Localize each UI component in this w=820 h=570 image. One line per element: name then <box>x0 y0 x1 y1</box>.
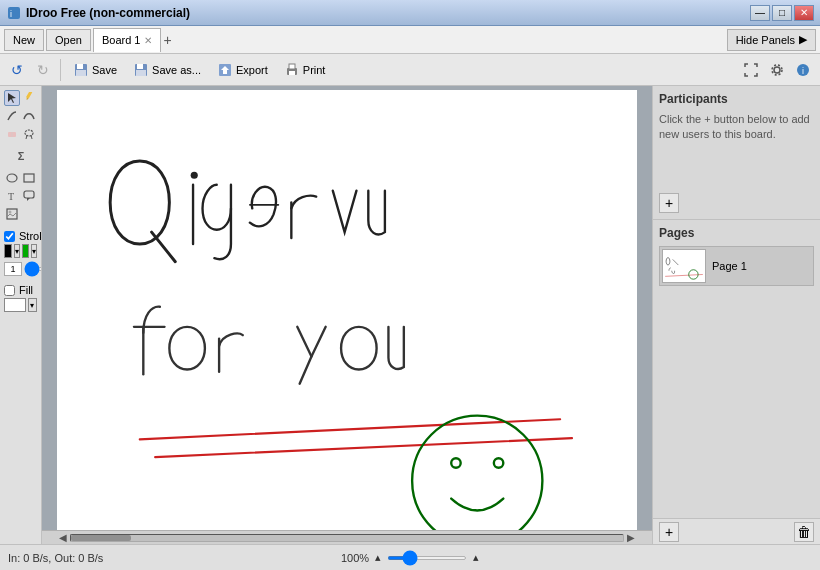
save-button[interactable]: Save <box>67 57 123 83</box>
svg-rect-4 <box>76 70 86 76</box>
svg-rect-18 <box>26 92 33 99</box>
undo-button[interactable]: ↺ <box>6 59 28 81</box>
svg-point-32 <box>191 172 198 179</box>
stroke-color-dropdown[interactable]: ▾ <box>14 244 20 258</box>
save-icon <box>73 62 89 78</box>
participants-title: Participants <box>659 92 814 106</box>
add-page-button[interactable]: + <box>659 522 679 542</box>
tool-row-1 <box>4 90 37 106</box>
tab-close-icon[interactable]: ✕ <box>144 35 152 46</box>
formula-tool[interactable]: Σ <box>4 148 38 164</box>
stroke-color-black[interactable] <box>4 244 12 258</box>
svg-marker-17 <box>8 93 16 103</box>
fill-label: Fill <box>19 284 33 296</box>
fill-section: Fill ▾ <box>4 284 37 312</box>
stroke-color-green-dropdown[interactable]: ▾ <box>31 244 37 258</box>
delete-page-button[interactable]: 🗑 <box>794 522 814 542</box>
pages-section: Pages Page 1 <box>653 220 820 518</box>
zoom-max-icon: ▴ <box>473 551 479 564</box>
svg-point-35 <box>412 416 542 530</box>
titlebar: i IDroo Free (non-commercial) — □ ✕ <box>0 0 820 26</box>
export-button[interactable]: Export <box>211 57 274 83</box>
fill-color-swatch[interactable] <box>4 298 26 312</box>
app-icon: i <box>6 5 22 21</box>
fill-checkbox[interactable] <box>4 285 15 296</box>
participants-hint: Click the + button below to add new user… <box>659 112 814 143</box>
image-tool[interactable] <box>4 206 20 222</box>
canvas-area: ◀ ▶ <box>42 86 652 544</box>
svg-text:T: T <box>8 191 14 202</box>
stroke-size-row <box>4 262 37 276</box>
right-panel: Participants Click the + button below to… <box>652 86 820 544</box>
open-button[interactable]: Open <box>46 29 91 51</box>
pencil-tool[interactable] <box>22 90 38 106</box>
svg-rect-28 <box>24 191 34 198</box>
lasso-tool[interactable] <box>22 126 38 142</box>
smooth-pen-tool[interactable] <box>22 108 38 124</box>
export-icon <box>217 62 233 78</box>
pen-tool[interactable] <box>4 108 20 124</box>
tool-row-shapes <box>4 170 37 186</box>
zoom-slider[interactable] <box>387 556 467 560</box>
scroll-left-button[interactable]: ◀ <box>56 532 70 543</box>
stroke-size-slider[interactable] <box>24 267 42 271</box>
fill-color-dropdown[interactable]: ▾ <box>28 298 37 312</box>
print-label: Print <box>303 64 326 76</box>
svg-point-13 <box>774 67 780 73</box>
print-button[interactable]: Print <box>278 57 332 83</box>
maximize-button[interactable]: □ <box>772 5 792 21</box>
svg-rect-3 <box>77 64 83 69</box>
tab-bar: New Open Board 1 ✕ + Hide Panels ▶ <box>0 26 820 54</box>
scroll-thumb[interactable] <box>71 535 131 541</box>
pages-title: Pages <box>659 226 814 240</box>
text-tool[interactable]: T <box>4 188 20 204</box>
rect-tool[interactable] <box>22 170 38 186</box>
settings-button[interactable] <box>766 59 788 81</box>
redo-button[interactable]: ↻ <box>32 59 54 81</box>
stroke-size-input[interactable] <box>4 262 22 276</box>
hide-panels-arrow-icon: ▶ <box>799 33 807 46</box>
print-icon <box>284 62 300 78</box>
fullscreen-button[interactable] <box>740 59 762 81</box>
tool-row-text: T <box>4 188 37 204</box>
svg-marker-29 <box>27 198 30 201</box>
eraser-tool[interactable] <box>4 126 20 142</box>
drawing-canvas[interactable] <box>57 90 637 530</box>
info-button[interactable]: i <box>792 59 814 81</box>
scroll-right-button[interactable]: ▶ <box>624 532 638 543</box>
minimize-button[interactable]: — <box>750 5 770 21</box>
speech-tool[interactable] <box>22 188 38 204</box>
add-tab-button[interactable]: + <box>163 32 171 48</box>
svg-line-23 <box>26 135 27 139</box>
stroke-label-row: Stroke <box>4 230 37 242</box>
svg-text:i: i <box>802 66 804 76</box>
page-item-1[interactable]: Page 1 <box>659 246 814 286</box>
horizontal-scrollbar[interactable]: ◀ ▶ <box>42 530 652 544</box>
hide-panels-label: Hide Panels <box>736 34 795 46</box>
select-tool[interactable] <box>4 90 20 106</box>
close-button[interactable]: ✕ <box>794 5 814 21</box>
stroke-checkbox[interactable] <box>4 231 15 242</box>
ellipse-tool[interactable] <box>4 170 20 186</box>
tool-row-image <box>4 206 37 222</box>
canvas-scroll-container[interactable] <box>42 86 652 530</box>
page-thumbnail-1 <box>662 249 706 283</box>
svg-text:i: i <box>10 9 12 19</box>
fill-color-row: ▾ <box>4 298 37 312</box>
export-label: Export <box>236 64 268 76</box>
hide-panels-button[interactable]: Hide Panels ▶ <box>727 29 816 51</box>
status-text: In: 0 B/s, Out: 0 B/s <box>8 552 276 564</box>
svg-rect-7 <box>136 70 146 76</box>
save-as-label: Save as... <box>152 64 201 76</box>
svg-line-33 <box>140 419 560 439</box>
svg-rect-12 <box>289 71 295 75</box>
save-as-button[interactable]: Save as... <box>127 57 207 83</box>
svg-line-34 <box>155 438 572 457</box>
stroke-color-green[interactable] <box>22 244 30 258</box>
svg-point-25 <box>7 174 17 182</box>
svg-point-36 <box>451 458 460 467</box>
new-button[interactable]: New <box>4 29 44 51</box>
tool-row-2 <box>4 108 37 124</box>
add-participant-button[interactable]: + <box>659 193 679 213</box>
active-tab[interactable]: Board 1 ✕ <box>93 28 162 52</box>
